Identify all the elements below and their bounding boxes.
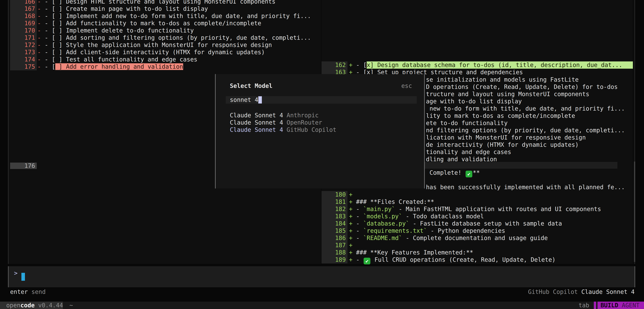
line-content: - [ ] Add error handling and validation — [45, 63, 321, 70]
wrapped-line: D operations (Create, Read, Update, Dele… — [426, 83, 618, 90]
line-content: - [ ] Style the application with Monster… — [45, 41, 321, 49]
line-number: 186 — [322, 235, 348, 242]
line-number: 166 — [10, 0, 37, 5]
line-number: 187 — [322, 242, 348, 249]
check-emoji: ✔ — [364, 258, 370, 264]
line-number: 188 — [322, 249, 348, 256]
prompt-symbol: > — [14, 270, 18, 277]
line-content: - [ ] Add sorting and filtering options … — [45, 34, 321, 41]
diff-row-added: 184+- `database.py` - FastLite database … — [322, 220, 633, 227]
model-name-label: Claude Sonnet 4 — [581, 289, 634, 295]
diff-row-added: 183+- `models.py` - Todo dataclass model — [322, 213, 633, 220]
line-text: - [ ] Implement add new to-do form with … — [45, 13, 311, 19]
diff-marker-add: + — [349, 242, 352, 249]
diff-marker-add: + — [349, 191, 352, 198]
mode-accent-bar — [594, 302, 596, 309]
fold-line-number: 176 — [10, 163, 37, 169]
line-text: - Main FastHTML application with routes … — [395, 206, 601, 212]
tab-key-hint: tab — [578, 302, 589, 309]
send-hint: enter send — [10, 288, 46, 296]
diff-row-deleted: 171-- [ ] Add sorting and filtering opti… — [9, 34, 321, 41]
line-number: 171 — [10, 34, 37, 41]
wrapped-line: tructure and layout using MonsterUI comp… — [426, 90, 589, 98]
line-text: - [ ] Design HTML structure and layout u… — [45, 0, 276, 5]
complete-line: Complete! ✔** — [426, 169, 480, 176]
line-content: - `README.md` - Complete documentation a… — [356, 235, 633, 242]
model-search-value: sonnet 4 — [230, 96, 258, 103]
inline-code: `database.py` — [363, 220, 409, 227]
model-search-input[interactable]: sonnet 4 — [226, 96, 417, 104]
line-content: - [ ] Test all functionality and edge ca… — [45, 56, 321, 63]
line-text: Complete! — [426, 169, 465, 176]
block-cursor — [22, 273, 25, 281]
wrapped-line: new to-do form with title, due date, and… — [426, 105, 625, 112]
diff-marker-add: + — [349, 235, 352, 242]
scrollbar-thumb[interactable] — [634, 162, 635, 262]
opencode-tui: { "left_pane": { "rows": [ {"num":"166",… — [0, 0, 644, 309]
wrapped-line: lity to mark to-dos as complete/incomple… — [426, 112, 575, 119]
diff-row-deleted: 174-- [ ] Test all functionality and edg… — [9, 56, 321, 63]
diff-marker-add: + — [349, 213, 352, 220]
working-directory: ~ — [70, 302, 73, 309]
line-text: - [ ] Add client-side interactivity (HTM… — [45, 49, 265, 55]
line-text: - [ ] Create main page with to-do list d… — [45, 5, 208, 12]
diff-row-deleted: 166-- [ ] Design HTML structure and layo… — [9, 0, 321, 5]
model-option-provider: OpenRouter — [286, 119, 322, 126]
line-number: 173 — [10, 49, 37, 56]
wrapped-line: lication with MonsterUI for responsive d… — [426, 134, 586, 141]
diff-row-deleted: 170-- [ ] Implement delete to-do functio… — [9, 27, 321, 34]
line-number: 182 — [322, 206, 348, 213]
line-content: - `main.py` - Main FastHTML application … — [356, 206, 633, 213]
diff-row-deleted: 172-- [ ] Style the application with Mon… — [9, 41, 321, 49]
esc-hint: esc — [401, 82, 412, 89]
diff-row-deleted: 168-- [ ] Implement add new to-do form w… — [9, 12, 321, 20]
inline-code: `requirements.txt` — [363, 227, 427, 234]
diff-marker-add: + — [349, 198, 352, 206]
check-emoji: ✔ — [466, 171, 472, 177]
line-text: - — [356, 213, 363, 220]
line-text: - — [356, 220, 363, 227]
line-content: - ✔ Full CRUD operations (Create, Read, … — [356, 256, 633, 264]
deleted-word-highlight: ] Add error handling and validation — [55, 63, 183, 70]
wrapped-line: age with to-do list display — [426, 98, 522, 105]
diff-marker-add: + — [349, 220, 352, 227]
diff-row-added: 188+### **Key Features Implemented:** — [322, 249, 633, 256]
model-option[interactable]: Claude Sonnet 4GitHub Copilot — [230, 126, 336, 133]
diff-marker-del: - — [38, 63, 41, 70]
prompt-input-box[interactable]: > — [8, 266, 635, 287]
line-text: - FastLite database setup with sample da… — [409, 220, 562, 227]
diff-row-added: 185+- `requirements.txt` - Python depend… — [322, 227, 633, 235]
model-option[interactable]: Claude Sonnet 4Anthropic — [230, 112, 319, 119]
diff-row-deleted: 169-- [ ] Add functionality to mark to-d… — [9, 20, 321, 27]
dialog-title: Select Model — [230, 82, 272, 89]
status-bar: opencode v0.4.44 ~ tab BUILDAGENT — [0, 302, 644, 309]
diff-row-added: 187+ — [322, 242, 633, 249]
brand-open: open — [6, 302, 20, 309]
mode-primary-label: BUILD — [600, 302, 618, 309]
inline-code: `README.md` — [363, 235, 402, 241]
model-option-provider: GitHub Copilot — [286, 126, 336, 133]
line-text: - [ — [356, 61, 367, 69]
diff-marker-del: - — [38, 34, 41, 41]
line-content: - [ ] Add client-side interactivity (HTM… — [45, 49, 321, 56]
model-option[interactable]: Claude Sonnet 4OpenRouter — [230, 119, 322, 126]
diff-marker-del: - — [38, 5, 41, 12]
line-number: 183 — [322, 213, 348, 220]
line-number: 189 — [322, 256, 348, 263]
model-option-name: Claude Sonnet 4 — [230, 112, 283, 119]
inline-code: `models.py` — [363, 213, 402, 220]
diff-row-added: 162+- [x] Design database schema for to-… — [322, 61, 633, 69]
line-content: - [x] Design database schema for to-dos … — [356, 61, 633, 69]
brand-code: code — [20, 302, 34, 309]
line-text: - Complete documentation and usage guide — [402, 235, 548, 241]
diff-row-deleted: 167-- [ ] Create main page with to-do li… — [9, 5, 321, 12]
diff-marker-add: + — [349, 61, 352, 69]
app-version: v0.4.44 — [35, 302, 63, 309]
line-text: - [ ] Test all functionality and edge ca… — [45, 56, 197, 63]
line-text: - Python dependencies — [427, 227, 505, 234]
diff-marker-del: - — [38, 0, 41, 5]
send-action-label: send — [28, 289, 46, 295]
inline-code: `main.py` — [363, 206, 395, 212]
line-text: - Todo dataclass model — [402, 213, 484, 220]
app-brand-chip: opencode v0.4.44 — [0, 302, 63, 309]
